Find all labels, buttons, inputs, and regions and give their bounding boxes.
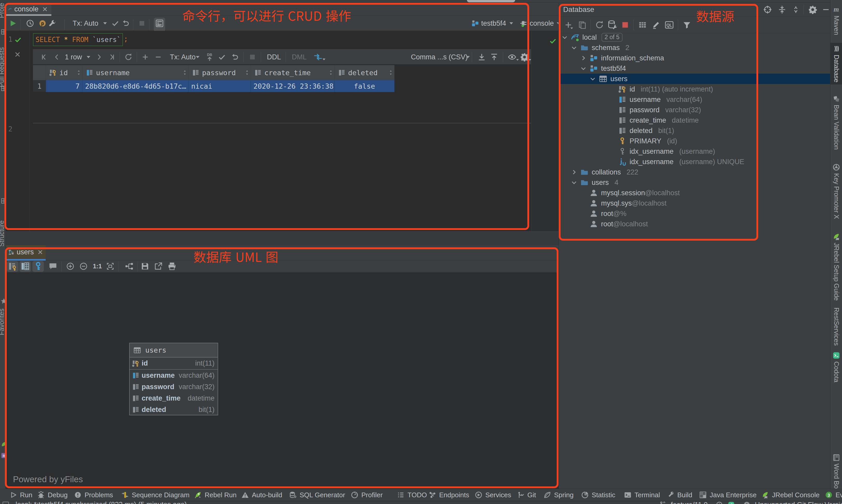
output-toggle-button[interactable] (155, 19, 164, 28)
grid-icon[interactable] (1, 198, 6, 204)
next-page-button[interactable] (95, 53, 103, 61)
locate-object-button[interactable] (763, 5, 772, 14)
results-tx-dropdown[interactable]: Tx: Auto (170, 53, 196, 61)
toolwindow-button[interactable]: SQL Generator (289, 489, 345, 501)
tree-row[interactable]: idx_username (username) (559, 146, 830, 157)
tree-row[interactable]: users 4 (559, 177, 830, 188)
jrebel-icon[interactable] (1, 452, 6, 459)
toolwindow-button[interactable]: Sequence Diagram (121, 489, 190, 501)
entity-header[interactable]: users (130, 343, 217, 358)
tree-toggle[interactable] (609, 148, 618, 155)
dml-button[interactable]: DML (292, 53, 306, 61)
database-panel-header[interactable]: Database (559, 3, 830, 17)
tree-toggle[interactable] (609, 127, 618, 134)
column-header[interactable]: deleted (335, 65, 394, 80)
toolwindow-button[interactable]: Bean Validation (830, 93, 842, 152)
sidebar-item-favorites[interactable]: Favorites (0, 308, 5, 335)
import-data-button[interactable] (490, 53, 498, 61)
tree-row[interactable]: root @% (559, 209, 830, 219)
tree-row[interactable]: PRIMARY (id) (559, 136, 830, 146)
tree-toggle[interactable] (609, 86, 618, 93)
ddl-button[interactable]: DDL (267, 53, 281, 61)
results-rollback-button[interactable] (231, 53, 239, 61)
hide-panel-button[interactable] (822, 5, 830, 14)
update-icon[interactable] (715, 501, 723, 504)
git-branch-label[interactable]: feature/11.0 (671, 501, 708, 504)
tab-console[interactable]: console ✕ (6, 3, 51, 16)
toolwindow-button[interactable]: Rebel Run (194, 489, 236, 501)
edit-button[interactable] (652, 20, 661, 29)
tree-toggle[interactable] (609, 158, 618, 165)
tree-toggle[interactable] (609, 107, 618, 113)
tree-row[interactable]: idx_username (username) UNIQUE (559, 157, 830, 167)
grid-icon[interactable] (1, 29, 6, 35)
settings-wrench-button[interactable] (48, 19, 56, 28)
filter-button[interactable] (683, 20, 691, 29)
result-cell[interactable]: false (335, 80, 394, 92)
tree-row[interactable]: deleted bit(1) (559, 125, 830, 136)
commit-button[interactable] (111, 19, 119, 28)
schema-selector[interactable]: testb5f4 (481, 19, 506, 28)
grid-settings-button[interactable] (520, 53, 529, 61)
tree-row[interactable]: password varchar(32) (559, 105, 830, 115)
export-diagram-button[interactable] (154, 262, 163, 271)
toolwindow-button[interactable]: Codota (830, 349, 842, 384)
previous-page-button[interactable] (53, 53, 61, 61)
tree-row[interactable]: root @localhost (559, 219, 830, 229)
result-row[interactable]: 1 7 28b820d6-e8d6-4d65-b17c… nicai 2020-… (33, 80, 394, 92)
sidebar-item-pull-requests[interactable]: Pull Requests (0, 47, 5, 87)
save-diagram-button[interactable] (141, 262, 150, 271)
add-row-button[interactable] (141, 53, 149, 61)
zoom-in-button[interactable] (66, 262, 75, 271)
tree-toggle[interactable] (571, 169, 580, 176)
toolwindow-button[interactable]: Event L (825, 489, 842, 501)
comments-button[interactable] (49, 262, 57, 271)
refresh-button[interactable] (595, 20, 604, 30)
session-selector[interactable]: console (530, 19, 554, 28)
tree-toggle[interactable] (609, 96, 618, 103)
toolwindow-button[interactable]: TODO (397, 489, 427, 501)
history-button[interactable] (26, 19, 34, 28)
last-page-button[interactable] (108, 53, 116, 61)
tree-toggle[interactable] (571, 179, 580, 186)
show-columns-button[interactable] (20, 262, 30, 271)
entity-row[interactable]: password varchar(32) (130, 381, 217, 393)
sort-icon[interactable] (329, 69, 333, 76)
view-options-button[interactable] (508, 53, 516, 61)
leaf-icon[interactable] (1, 441, 6, 448)
reload-page-button[interactable] (124, 53, 133, 61)
tree-toggle[interactable] (580, 65, 590, 72)
tab-users-diagram[interactable]: users ✕ (6, 245, 46, 259)
toolwindow-button[interactable]: Terminal (624, 489, 660, 501)
collapse-all-button[interactable] (791, 5, 800, 14)
delete-row-button[interactable] (154, 53, 162, 61)
toolwindow-button[interactable]: Database (830, 43, 842, 85)
toolwindow-button[interactable]: Spring (543, 489, 574, 501)
tree-toggle[interactable] (580, 200, 590, 206)
toolwindow-button[interactable]: RestServices (830, 295, 842, 348)
tree-toggle[interactable] (561, 34, 571, 41)
result-cell[interactable]: 7 (46, 80, 83, 92)
open-table-button[interactable] (638, 20, 647, 29)
tree-row[interactable]: mysql.sys @localhost (559, 198, 830, 209)
tree-toggle[interactable] (589, 75, 599, 82)
results-commit-button[interactable] (217, 53, 226, 61)
sort-icon[interactable] (77, 69, 81, 76)
rollback-button[interactable] (121, 19, 130, 28)
tree-row[interactable]: information_schema (559, 53, 830, 63)
toolwindow-button[interactable]: Maven (830, 4, 842, 37)
show-keys-button[interactable] (33, 262, 43, 271)
toolwindow-button[interactable]: Git (517, 489, 536, 501)
export-format-dropdown[interactable]: Comma ...s (CSV) (411, 53, 468, 61)
toolwindow-button[interactable]: Key Promoter X (830, 161, 842, 221)
fit-content-button[interactable] (106, 262, 115, 271)
parameters-button[interactable] (38, 19, 47, 28)
toolwindow-button[interactable]: Services (475, 489, 511, 501)
result-cell[interactable]: nicai (189, 80, 251, 92)
tree-toggle[interactable] (580, 221, 590, 227)
entity-row[interactable]: deleted bit(1) (130, 404, 217, 415)
tree-toggle[interactable] (580, 190, 590, 196)
panel-settings-button[interactable] (808, 5, 817, 14)
tree-toggle[interactable] (571, 44, 580, 51)
tx-auto-dropdown[interactable]: Tx: Auto (73, 19, 98, 28)
